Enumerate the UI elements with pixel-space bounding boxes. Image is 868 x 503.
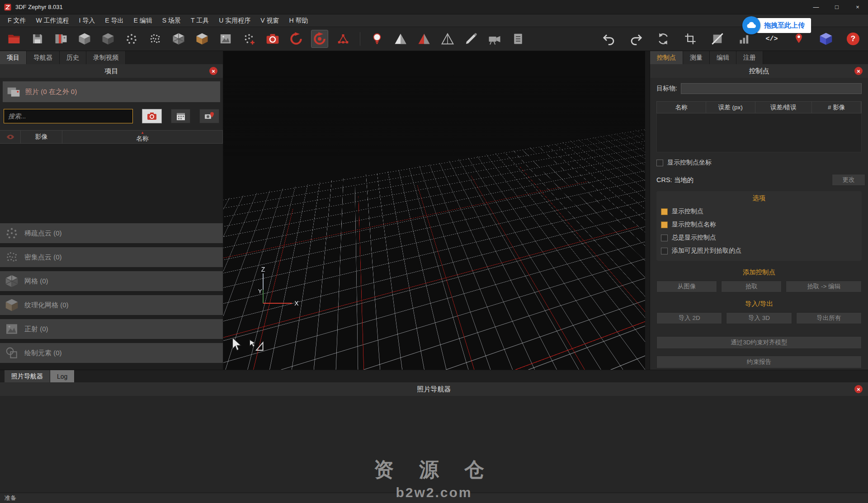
- search-input[interactable]: [4, 109, 133, 123]
- menu-export[interactable]: E 导出: [100, 17, 128, 25]
- tab-log[interactable]: Log: [50, 370, 75, 382]
- sidebar-item-drawing-elements[interactable]: 绘制元素 (0): [0, 343, 223, 363]
- circle-arrow-button[interactable]: [288, 30, 305, 48]
- cube-dark-button[interactable]: [99, 30, 117, 48]
- triangle-red-button[interactable]: [415, 30, 433, 48]
- control-point-table-body[interactable]: [656, 113, 862, 152]
- undo-button[interactable]: [600, 30, 618, 48]
- left-panel-close-button[interactable]: ×: [209, 67, 217, 75]
- mesh-button[interactable]: [170, 30, 187, 48]
- measure-cursor-button[interactable]: [249, 338, 264, 352]
- menu-import[interactable]: I 导入: [74, 17, 100, 25]
- sidebar-item-sparse-cloud[interactable]: 稀疏点云 (0): [0, 223, 223, 243]
- help-button[interactable]: ?: [844, 30, 862, 48]
- menu-tools[interactable]: T 工具: [186, 17, 214, 25]
- tab-project[interactable]: 项目: [0, 51, 27, 64]
- brush-button[interactable]: [462, 30, 480, 48]
- structure-button[interactable]: [335, 30, 352, 48]
- upload-badge[interactable]: 拖拽至此上传: [742, 16, 811, 34]
- minimize-button[interactable]: —: [806, 0, 826, 14]
- show-coords-row[interactable]: 显示控制点坐标: [656, 159, 862, 167]
- sidebar-item-ortho[interactable]: 正射 (0): [0, 319, 223, 339]
- cloud-align-button[interactable]: [241, 30, 258, 48]
- align-3d-constraints-button[interactable]: 通过3D约束对齐模型: [656, 336, 862, 349]
- geotag-filter-button[interactable]: [199, 109, 219, 123]
- pick-edit-button[interactable]: 拾取 -> 编辑: [786, 281, 862, 292]
- col-name[interactable]: 名称: [657, 102, 706, 113]
- photo-navigator-content[interactable]: [0, 396, 868, 493]
- col-error-ratio[interactable]: 误差/错误: [755, 102, 812, 113]
- bottom-panel-close-button[interactable]: ×: [854, 385, 863, 393]
- video-camera-button[interactable]: [486, 30, 503, 48]
- tab-register[interactable]: 注册: [736, 51, 763, 64]
- dense-cloud-button[interactable]: [146, 30, 164, 48]
- menu-help[interactable]: H 帮助: [284, 17, 313, 25]
- tab-record-video[interactable]: 录制视频: [86, 51, 126, 64]
- triangle-white-button[interactable]: [392, 30, 409, 48]
- menu-edit[interactable]: E 编辑: [129, 17, 157, 25]
- menu-scene[interactable]: S 场景: [157, 17, 186, 25]
- list-button[interactable]: [509, 30, 527, 48]
- import-3d-button[interactable]: 导入 3D: [726, 312, 792, 324]
- bulb-button[interactable]: [368, 30, 386, 48]
- constraint-report-button[interactable]: 约束报告: [656, 356, 862, 368]
- col-error-px[interactable]: 误差 (px): [706, 102, 755, 113]
- sidebar-item-mesh[interactable]: 网格 (0): [0, 271, 223, 291]
- checkbox-show-cp-names[interactable]: [661, 221, 668, 228]
- crop-button[interactable]: [682, 30, 699, 48]
- menu-utilities[interactable]: U 实用程序: [214, 17, 255, 25]
- visibility-column-header[interactable]: [0, 131, 21, 143]
- from-image-button[interactable]: 从图像: [656, 281, 717, 292]
- import-photos-button[interactable]: [52, 30, 70, 48]
- image-column-header[interactable]: 影像: [21, 131, 62, 143]
- tab-control-points[interactable]: 控制点: [650, 51, 683, 64]
- menu-workflow[interactable]: W 工作流程: [31, 17, 74, 25]
- checkbox-show-control-points[interactable]: [661, 208, 668, 215]
- right-panel-close-button[interactable]: ×: [854, 67, 863, 75]
- camera-filter-button[interactable]: [142, 109, 162, 123]
- ortho-button[interactable]: [217, 30, 234, 48]
- options-title: 选项: [661, 194, 857, 202]
- textured-mesh-button[interactable]: [193, 30, 211, 48]
- tab-history[interactable]: 历史: [60, 51, 86, 64]
- checkbox-add-visible-photos[interactable]: [661, 248, 668, 254]
- sparse-cloud-button[interactable]: [123, 30, 140, 48]
- sync-button[interactable]: [655, 30, 672, 48]
- circle-dot-button[interactable]: [311, 30, 328, 48]
- checkbox-always-show-cp[interactable]: [661, 235, 668, 241]
- photos-group-row[interactable]: 照片 (0 在之外 0): [3, 81, 220, 102]
- cube-light-button[interactable]: [76, 30, 93, 48]
- sidebar-item-dense-cloud[interactable]: 密集点云 (0): [0, 247, 223, 267]
- menu-view[interactable]: V 视窗: [255, 17, 284, 25]
- new-project-button[interactable]: [5, 30, 23, 48]
- pick-button[interactable]: 拾取: [721, 281, 782, 292]
- target-input[interactable]: [681, 83, 862, 94]
- checkbox-show-coordinates[interactable]: [656, 160, 663, 166]
- col-num-images[interactable]: # 影像: [812, 102, 861, 113]
- name-column-header[interactable]: ▲ 名称: [62, 131, 223, 143]
- calendar-filter-button[interactable]: [171, 109, 191, 123]
- sidebar-item-textured-mesh[interactable]: 纹理化网格 (0): [0, 295, 223, 315]
- triangle-outline-button[interactable]: [439, 30, 456, 48]
- viewport-3d[interactable]: Z Y X: [223, 51, 645, 370]
- zephyr-cube-button[interactable]: [817, 30, 835, 48]
- crs-change-button[interactable]: 更改: [832, 174, 865, 186]
- option-add-visible-photos[interactable]: 添加可见照片到拾取的点: [661, 247, 857, 255]
- import-2d-button[interactable]: 导入 2D: [656, 312, 722, 324]
- menu-file[interactable]: F 文件: [3, 17, 31, 25]
- option-always-show-cp[interactable]: 总是显示控制点: [661, 234, 857, 242]
- option-show-cp-names[interactable]: 显示控制点名称: [661, 221, 857, 229]
- tab-photo-navigator[interactable]: 照片导航器: [5, 370, 50, 382]
- save-button[interactable]: [29, 30, 46, 48]
- select-cursor-button[interactable]: [230, 337, 243, 352]
- close-button[interactable]: ×: [847, 0, 868, 14]
- redo-button[interactable]: [627, 30, 645, 48]
- tab-measure[interactable]: 测量: [683, 51, 710, 64]
- tab-navigator[interactable]: 导航器: [27, 51, 60, 64]
- export-all-button[interactable]: 导出所有: [796, 312, 862, 324]
- tab-edit[interactable]: 编辑: [710, 51, 736, 64]
- option-show-control-points[interactable]: 显示控制点: [661, 207, 857, 216]
- maximize-button[interactable]: □: [826, 0, 847, 14]
- hide-drawing-button[interactable]: [709, 30, 726, 48]
- camera-red-button[interactable]: [264, 30, 281, 48]
